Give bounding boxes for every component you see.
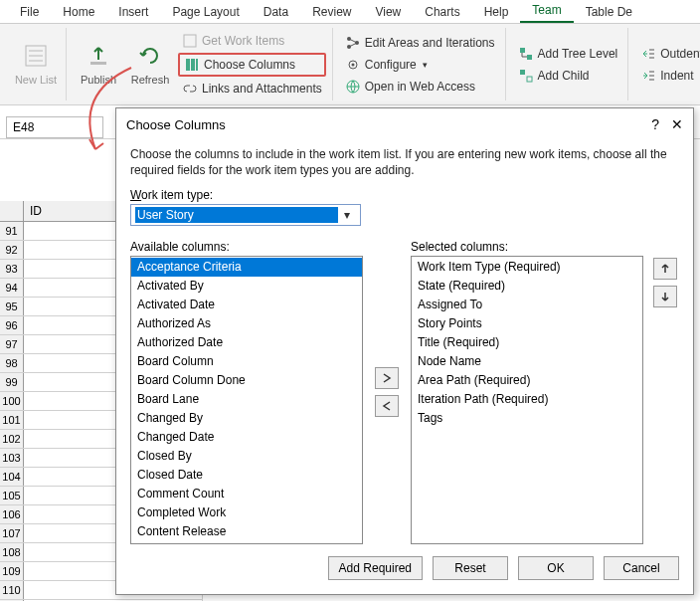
add-required-button[interactable]: Add Required (328, 556, 423, 580)
list-item[interactable]: Board Column (131, 352, 362, 371)
move-right-button[interactable] (375, 367, 399, 389)
choose-columns-button[interactable]: Choose Columns (178, 53, 326, 77)
list-item[interactable]: Authorized As (131, 314, 362, 333)
row-header[interactable]: 109 (0, 562, 24, 580)
svg-rect-18 (527, 77, 532, 82)
list-item[interactable]: Content Release (131, 522, 362, 541)
row-header[interactable]: 94 (0, 279, 24, 297)
help-button[interactable]: ? (651, 116, 659, 132)
chevron-down-icon: ▾ (423, 60, 428, 70)
arrow-up-icon (660, 264, 670, 274)
list-item[interactable]: Node Name (412, 352, 642, 371)
row-header[interactable]: 110 (0, 581, 24, 599)
get-work-items-button[interactable]: Get Work Items (178, 31, 326, 51)
publish-button[interactable]: Publish (75, 28, 122, 100)
svg-rect-16 (527, 55, 532, 60)
close-button[interactable]: ✕ (671, 116, 683, 132)
row-header[interactable]: 106 (0, 505, 24, 523)
work-item-type-combo[interactable]: User Story ▾ (130, 204, 361, 226)
list-item[interactable]: Board Lane (131, 390, 362, 409)
ribbon-tab-review[interactable]: Review (300, 1, 363, 23)
ribbon-tab-help[interactable]: Help (472, 1, 521, 23)
name-box-input[interactable] (6, 116, 103, 138)
select-all-corner[interactable] (0, 201, 24, 221)
row-header[interactable]: 100 (0, 392, 24, 410)
ribbon-tab-file[interactable]: File (8, 1, 51, 23)
move-left-button[interactable] (375, 395, 399, 417)
new-list-button[interactable]: New List (12, 28, 60, 100)
row-header[interactable]: 93 (0, 260, 24, 278)
available-columns-list[interactable]: Acceptance CriteriaActivated ByActivated… (130, 256, 363, 544)
row-header[interactable]: 91 (0, 222, 24, 240)
cancel-button[interactable]: Cancel (604, 556, 679, 580)
row-header[interactable]: 102 (0, 430, 24, 448)
ribbon-tab-charts[interactable]: Charts (413, 1, 471, 23)
edit-areas-label: Edit Areas and Iterations (365, 36, 495, 50)
list-item[interactable]: Acceptance Criteria (131, 258, 362, 277)
row-header[interactable]: 92 (0, 241, 24, 259)
links-attachments-label: Links and Attachments (202, 82, 322, 96)
ribbon-tab-home[interactable]: Home (51, 1, 106, 23)
list-item[interactable]: Iteration Path (Required) (412, 390, 642, 409)
add-tree-level-label: Add Tree Level (538, 47, 618, 61)
ribbon-tab-data[interactable]: Data (252, 1, 300, 23)
list-item[interactable]: Activated By (131, 277, 362, 296)
add-tree-level-button[interactable]: Add Tree Level (514, 44, 622, 64)
list-item[interactable]: Board Column Done (131, 371, 362, 390)
ribbon-tab-insert[interactable]: Insert (106, 1, 160, 23)
chevron-down-icon[interactable]: ▾ (338, 208, 356, 222)
move-down-button[interactable] (653, 286, 677, 307)
list-item[interactable]: Area Path (Required) (412, 371, 642, 390)
row-header[interactable]: 107 (0, 524, 24, 542)
publish-label: Publish (81, 74, 116, 86)
svg-rect-6 (186, 59, 190, 71)
list-item[interactable]: Comment Count (131, 485, 362, 503)
outdent-button[interactable]: Outdent (636, 44, 700, 64)
row-header[interactable]: 105 (0, 487, 24, 504)
chevron-left-icon (382, 401, 392, 411)
indent-icon (640, 68, 656, 84)
row-header[interactable]: 97 (0, 335, 24, 353)
refresh-button[interactable]: Refresh (126, 28, 174, 100)
row-header[interactable]: 104 (0, 468, 24, 486)
list-item[interactable]: State (Required) (412, 277, 642, 296)
list-item[interactable]: Changed By (131, 409, 362, 428)
open-web-button[interactable]: Open in Web Access (341, 77, 499, 97)
list-item[interactable]: Tags (412, 409, 642, 428)
reset-button[interactable]: Reset (433, 556, 508, 580)
list-item[interactable]: Assigned To (412, 296, 642, 314)
list-item[interactable]: Activated Date (131, 296, 362, 314)
ok-button[interactable]: OK (518, 556, 594, 580)
add-child-button[interactable]: Add Child (514, 66, 622, 86)
configure-button[interactable]: Configure ▾ (341, 55, 499, 75)
list-item[interactable]: Closed Date (131, 466, 362, 485)
edit-areas-button[interactable]: Edit Areas and Iterations (341, 33, 499, 53)
row-header[interactable]: 98 (0, 354, 24, 372)
move-up-button[interactable] (653, 258, 677, 280)
row-header[interactable]: 101 (0, 411, 24, 429)
list-item[interactable]: Completed Work (131, 503, 362, 522)
work-item-type-label: Work item type: (130, 188, 679, 202)
links-attachments-button[interactable]: Links and Attachments (178, 79, 326, 99)
list-item[interactable]: Closed By (131, 447, 362, 466)
row-header[interactable]: 108 (0, 543, 24, 561)
row-header[interactable]: 99 (0, 373, 24, 391)
indent-button[interactable]: Indent (636, 66, 700, 86)
row-header[interactable]: 96 (0, 316, 24, 334)
ribbon-tab-page-layout[interactable]: Page Layout (160, 1, 251, 23)
ribbon-tab-team[interactable]: Team (520, 0, 573, 23)
list-item[interactable]: Changed Date (131, 428, 362, 447)
ribbon-tab-table-de[interactable]: Table De (574, 1, 644, 23)
list-item[interactable]: Story Points (412, 314, 642, 333)
list-item[interactable]: Work Item Type (Required) (412, 258, 642, 277)
ribbon-tab-view[interactable]: View (363, 1, 413, 23)
selected-columns-list[interactable]: Work Item Type (Required)State (Required… (411, 256, 643, 544)
svg-point-13 (351, 63, 354, 66)
list-item[interactable]: Title (Required) (412, 333, 642, 352)
row-header[interactable]: 103 (0, 449, 24, 467)
gear-icon (345, 57, 361, 73)
configure-label: Configure (365, 58, 417, 72)
selected-columns-label: Selected columns: (411, 240, 643, 254)
list-item[interactable]: Authorized Date (131, 333, 362, 352)
row-header[interactable]: 95 (0, 298, 24, 315)
